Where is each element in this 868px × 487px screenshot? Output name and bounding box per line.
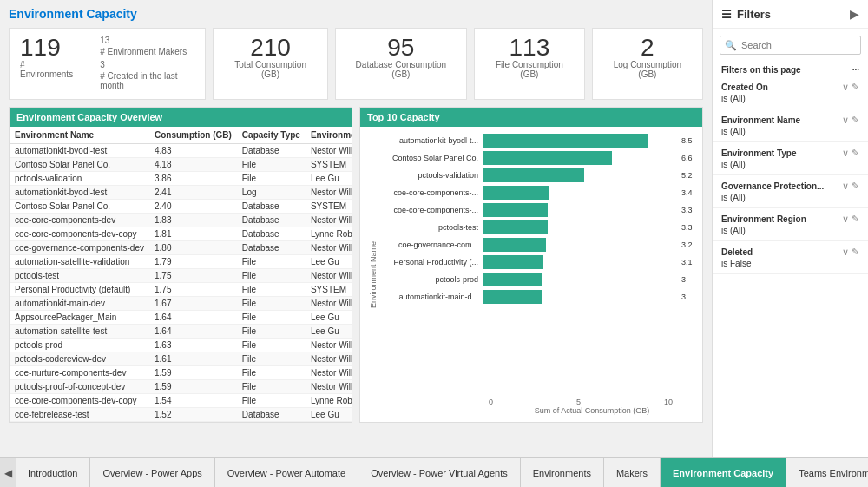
table-cell: File — [237, 311, 306, 325]
table-cell: automationkit-main-dev — [10, 297, 149, 311]
tab-item[interactable]: Introduction — [16, 458, 90, 487]
table-cell: Nestor Wilke — [306, 339, 352, 352]
table-cell: File — [237, 158, 306, 172]
tab-item[interactable]: Environments — [521, 458, 604, 487]
table-cell: Lynne Robbins — [306, 227, 352, 241]
table-cell: File — [237, 339, 306, 352]
filter-value: is (All) — [721, 226, 859, 235]
table-wrapper[interactable]: Environment Name Consumption (GB) Capaci… — [10, 127, 352, 422]
filter-value: is (All) — [721, 94, 859, 103]
filter-item-header: Governance Protection... ∨ ✎ — [721, 181, 859, 192]
table-cell: automationkit-byodl-test — [10, 186, 149, 200]
x-tick-0: 0 — [489, 398, 493, 406]
table-cell: Lee Gu — [306, 325, 352, 339]
bar-row: Contoso Solar Panel Co. 6.6 — [379, 151, 695, 165]
charts-row: Environment Capacity Overview Environmen… — [9, 107, 703, 423]
bar-row: automationkit-main-d... 3 — [379, 290, 695, 304]
table-cell: 1.79 — [149, 255, 237, 269]
table-cell: Nestor Wilke — [306, 241, 352, 255]
filter-value: is False — [721, 259, 859, 268]
table-cell: pctools-test — [10, 269, 149, 283]
table-cell: 4.18 — [149, 158, 237, 172]
col-env-maker[interactable]: Environment Maker — [306, 127, 352, 144]
table-cell: File — [237, 255, 306, 269]
filter-item-header: Environment Name ∨ ✎ — [721, 115, 859, 126]
bar-label: Personal Productivity (... — [379, 258, 483, 267]
filter-item[interactable]: Governance Protection... ∨ ✎ is (All) — [713, 175, 868, 208]
table-header: Environment Capacity Overview — [10, 108, 352, 127]
filters-panel: ☰ Filters ▶ 🔍 Filters on this page ··· C… — [712, 0, 868, 457]
table-cell: 4.83 — [149, 144, 237, 158]
table-cell: pctools-codereview-dev — [10, 352, 149, 366]
filter-value: is (All) — [721, 193, 859, 202]
bar-track — [483, 186, 678, 200]
filter-item[interactable]: Created On ∨ ✎ is (All) — [713, 76, 868, 109]
tab-item[interactable]: Teams Environments — [786, 458, 868, 487]
table-row: AppsourcePackager_Main1.64FileLee Gu🔗 — [10, 311, 352, 325]
kpi-environments: 119 # Environments 13 # Environment Make… — [9, 28, 206, 100]
filter-item[interactable]: Environment Name ∨ ✎ is (All) — [713, 109, 868, 142]
filters-more-icon[interactable]: ··· — [852, 65, 859, 75]
filter-name: Governance Protection... — [721, 181, 824, 191]
bar-label: automationkit-byodl-t... — [379, 136, 483, 145]
tab-item[interactable]: Overview - Power Virtual Agents — [358, 458, 521, 487]
kpi-total-num: 210 — [227, 36, 312, 60]
tab-item[interactable]: Overview - Power Apps — [90, 458, 214, 487]
tab-item[interactable]: Makers — [604, 458, 661, 487]
filters-expand-icon[interactable]: ▶ — [850, 7, 859, 21]
filter-item-icons: ∨ ✎ — [842, 82, 859, 93]
table-cell: File — [237, 297, 306, 311]
table-cell: SYSTEM — [306, 200, 352, 214]
table-cell: Database — [237, 227, 306, 241]
table-cell: coe-core-components-dev-copy — [10, 394, 149, 408]
bar-chart-container: Environment Name automationkit-byodl-t..… — [360, 127, 702, 422]
filter-item[interactable]: Environment Type ∨ ✎ is (All) — [713, 142, 868, 175]
bar-row: coe-core-components-... 3.4 — [379, 186, 695, 200]
table-row: pctools-test1.75FileNestor Wilke🔗 — [10, 269, 352, 283]
bar-row: Personal Productivity (... 3.1 — [379, 255, 695, 269]
table-cell: Database — [237, 200, 306, 214]
bar-label: pctools-test — [379, 223, 483, 232]
table-cell: 1.61 — [149, 352, 237, 366]
table-cell: coe-governance-components-dev — [10, 241, 149, 255]
bar-track — [483, 151, 678, 165]
bar-label: pctools-validation — [379, 171, 483, 180]
filter-item[interactable]: Environment Region ∨ ✎ is (All) — [713, 208, 868, 241]
filter-item-icons: ∨ ✎ — [842, 148, 859, 159]
kpi-log-num: 2 — [607, 36, 688, 60]
table-cell: Lee Gu — [306, 311, 352, 325]
col-capacity-type[interactable]: Capacity Type — [237, 127, 306, 144]
kpi-file-consumption: 113 File Consumption (GB) — [474, 28, 585, 100]
filter-name: Deleted — [721, 247, 753, 257]
col-env-name[interactable]: Environment Name — [10, 127, 149, 144]
tab-prev-btn[interactable]: ◀ — [0, 458, 16, 487]
table-cell: coe-core-components-dev-copy — [10, 227, 149, 241]
bar-value: 5.2 — [678, 171, 695, 180]
table-cell: Database — [237, 408, 306, 422]
filters-on-page-label: Filters on this page ··· — [713, 62, 868, 76]
table-row: automationkit-byodl-test4.83DatabaseNest… — [10, 144, 352, 158]
filter-item[interactable]: Deleted ∨ ✎ is False — [713, 241, 868, 274]
filters-title: ☰ Filters — [721, 8, 771, 21]
table-cell: File — [237, 172, 306, 186]
tab-item[interactable]: Environment Capacity — [661, 458, 786, 487]
filter-value: is (All) — [721, 127, 859, 136]
bar-fill — [483, 290, 542, 304]
tab-item[interactable]: Overview - Power Automate — [215, 458, 358, 487]
filter-item-icons: ∨ ✎ — [842, 115, 859, 126]
x-tick-10: 10 — [664, 398, 673, 406]
table-cell: Contoso Solar Panel Co. — [10, 158, 149, 172]
table-cell: Database — [237, 144, 306, 158]
bar-row: automationkit-byodl-t... 8.5 — [379, 134, 695, 148]
content-area: Environment Capacity 119 # Environments … — [0, 0, 868, 457]
filter-value: is (All) — [721, 160, 859, 169]
filter-item-icons: ∨ ✎ — [842, 181, 859, 192]
table-cell: Database — [237, 214, 306, 227]
table-row: Contoso Solar Panel Co.4.18FileSYSTEM🔗 — [10, 158, 352, 172]
table-cell: File — [237, 269, 306, 283]
search-input[interactable] — [720, 36, 861, 55]
tabs-container: IntroductionOverview - Power AppsOvervie… — [16, 458, 868, 487]
bar-label: coe-core-components-... — [379, 188, 483, 197]
table-cell: Nestor Wilke — [306, 297, 352, 311]
col-consumption[interactable]: Consumption (GB) — [149, 127, 237, 144]
